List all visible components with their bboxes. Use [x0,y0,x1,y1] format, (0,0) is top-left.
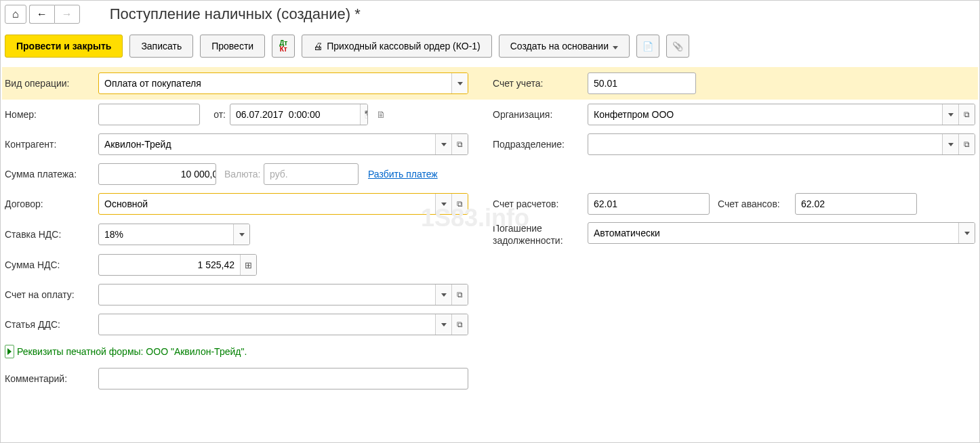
contract-input[interactable] [99,194,435,214]
account-label: Счет учета: [493,78,588,89]
organization-input[interactable] [588,104,942,125]
print-details-text: Реквизиты печатной формы: ООО "Аквилон-Т… [17,346,247,357]
vat-rate-label: Ставка НДС: [5,229,98,240]
vat-sum-calc[interactable] [240,255,256,275]
dds-label: Статья ДДС: [5,319,98,330]
arrow-left-icon: ← [37,8,47,20]
advance-account-label: Счет авансов: [710,198,795,209]
invoice-label: Счет на оплату: [5,289,98,300]
department-dropdown[interactable] [942,134,958,154]
vat-sum-input[interactable] [99,255,240,275]
post-button[interactable]: Провести [200,35,265,58]
account-input[interactable] [588,73,696,93]
number-input[interactable] [99,104,200,125]
printer-icon [313,41,323,51]
post-and-close-button[interactable]: Провести и закрыть [5,35,123,58]
operation-type-dropdown[interactable] [451,73,468,93]
contract-dropdown[interactable] [435,194,451,214]
contract-label: Договор: [5,198,98,209]
date-input[interactable] [230,104,360,125]
save-button[interactable]: Записать [129,35,193,58]
counterparty-label: Контрагент: [5,139,98,150]
organization-open[interactable] [958,104,975,125]
organization-dropdown[interactable] [942,104,958,125]
create-based-label: Создать на основании [510,41,609,51]
debt-repayment-input[interactable] [588,223,958,243]
number-label: Номер: [5,109,98,120]
department-input[interactable] [588,134,942,154]
dt-kt-button[interactable]: ДтКт [272,35,295,58]
vat-rate-input[interactable] [99,224,233,245]
invoice-input[interactable] [99,284,435,305]
comment-input[interactable] [99,368,468,389]
counterparty-open[interactable] [451,134,468,154]
settlement-account-input[interactable] [588,194,710,214]
nav-forward-button[interactable]: → [54,5,80,24]
arrow-right-icon: → [62,8,73,20]
sheet-icon[interactable] [376,109,386,120]
paperclip-icon [672,41,683,51]
dds-dropdown[interactable] [435,314,451,335]
print-details-section[interactable]: Реквизиты печатной формы: ООО "Аквилон-Т… [5,339,975,364]
debt-repayment-label: Погашение задолженности: [493,222,588,247]
report-button[interactable] [636,35,659,58]
chevron-down-icon [613,41,618,51]
dds-input[interactable] [99,314,435,335]
currency-label: Валюта: [216,169,264,180]
create-based-button[interactable]: Создать на основании [499,35,630,58]
operation-type-input[interactable] [99,73,451,93]
invoice-open[interactable] [451,284,468,305]
operation-type-label: Вид операции: [5,78,98,89]
invoice-dropdown[interactable] [435,284,451,305]
settlement-account-label: Счет расчетов: [493,198,588,209]
counterparty-dropdown[interactable] [435,134,451,154]
department-open[interactable] [958,134,975,154]
date-calendar[interactable] [360,104,368,125]
print-order-button[interactable]: Приходный кассовый ордер (КО-1) [302,35,492,58]
toolbar: Провести и закрыть Записать Провести ДтК… [5,30,975,67]
print-order-label: Приходный кассовый ордер (КО-1) [327,41,481,51]
currency-input [264,164,359,184]
department-label: Подразделение: [493,139,588,150]
top-bar: ⌂ ← → Поступление наличных (создание) * [5,1,975,30]
debt-repayment-dropdown[interactable] [958,223,975,243]
dds-open[interactable] [451,314,468,335]
document-icon [642,41,653,51]
home-icon: ⌂ [12,8,19,20]
vat-rate-dropdown[interactable] [233,224,249,245]
counterparty-input[interactable] [99,134,435,154]
page-title: Поступление наличных (создание) * [110,5,361,23]
split-payment-link[interactable]: Разбить платеж [368,169,438,180]
comment-label: Комментарий: [5,373,98,384]
nav-back-button[interactable]: ← [29,5,54,24]
dt-kt-icon: ДтКт [279,40,287,52]
advance-account-input[interactable] [796,194,917,214]
payment-sum-input[interactable] [99,164,216,184]
vat-sum-label: Сумма НДС: [5,259,98,270]
triangle-right-icon [7,348,12,355]
payment-sum-label: Сумма платежа: [5,169,98,180]
home-button[interactable]: ⌂ [5,5,26,24]
attachment-button[interactable] [666,35,689,58]
organization-label: Организация: [493,109,588,120]
from-label: от: [200,109,230,120]
contract-open[interactable] [451,194,468,214]
